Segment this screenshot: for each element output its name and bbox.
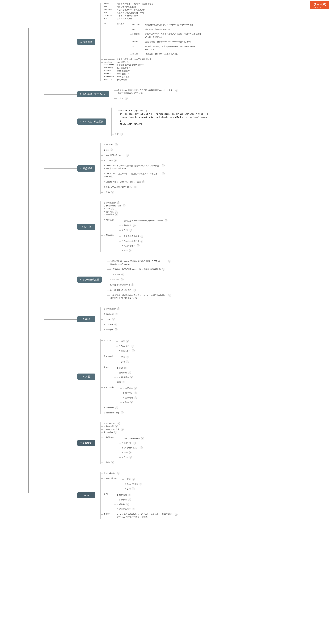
link-icon[interactable]: ⎘ (126, 503, 129, 506)
link-icon[interactable]: ⎘ (132, 349, 134, 352)
node-7[interactable]: 7. 编译 (77, 316, 95, 322)
link-icon[interactable]: ⎘ (117, 202, 120, 204)
link-icon[interactable]: ⎘ (112, 318, 115, 321)
link-icon[interactable]: ⎘ (115, 143, 118, 146)
link-icon[interactable]: ⎘ (126, 356, 129, 358)
item-text: 1. new Vue (104, 143, 114, 146)
link-icon[interactable]: ⎘ (139, 482, 142, 486)
link-icon[interactable]: ⎘ (168, 294, 171, 297)
link-icon[interactable]: ⎘ (129, 229, 132, 232)
link-icon[interactable]: ⎘ (128, 371, 131, 374)
link-icon[interactable]: ⎘ (117, 422, 120, 425)
link-icon[interactable]: ⎘ (114, 159, 117, 162)
list-item: 4. 总结⎘ (122, 249, 144, 252)
link-icon[interactable]: ⎘ (126, 154, 129, 156)
link-icon[interactable]: ⎘ (115, 312, 118, 316)
link-icon[interactable]: ⎘ (122, 380, 125, 384)
link-icon[interactable]: ⎘ (142, 180, 145, 183)
link-icon[interactable]: ⎘ (111, 461, 114, 464)
link-icon[interactable]: ⎘ (120, 133, 123, 136)
link-icon[interactable]: ⎘ (162, 268, 165, 270)
link-icon[interactable]: ⎘ (115, 210, 118, 213)
list-item: 7. update 的核心：调用 vm.__patch__ 方法⎘ (104, 180, 164, 184)
link-icon[interactable]: ⎘ (134, 396, 137, 399)
link-icon[interactable]: ⎘ (133, 224, 136, 227)
link-icon[interactable]: ⎘ (133, 442, 136, 444)
link-icon[interactable]: ⎘ (131, 284, 134, 286)
link-icon[interactable]: ⎘ (111, 207, 114, 210)
link-icon[interactable]: ⎘ (110, 148, 112, 151)
item-text: 3. 派发更新 (110, 273, 120, 276)
item-text: 2. init (104, 148, 108, 152)
node-3[interactable]: 3. vue 本质：构造函数 (77, 118, 106, 125)
link-icon[interactable]: ⎘ (130, 376, 133, 379)
node-vuex[interactable]: Vuex (77, 492, 95, 498)
link-icon[interactable]: ⎘ (131, 345, 134, 348)
link-icon[interactable]: ⎘ (115, 406, 118, 409)
link-icon[interactable]: ⎘ (121, 428, 124, 431)
link-icon[interactable]: ⎘ (128, 494, 131, 496)
link-icon[interactable]: ⎘ (134, 392, 137, 394)
link-icon[interactable]: ⎘ (129, 451, 132, 454)
list-item: 2. 局部注册⎘ (122, 224, 168, 227)
section-component: 5. 组件化 1. introduction⎘2. createComponen… (77, 202, 332, 252)
link-icon[interactable]: ⎘ (126, 360, 129, 363)
link-icon[interactable]: ⎘ (132, 487, 135, 490)
link-icon[interactable]: ⎘ (129, 249, 132, 252)
link-icon[interactable]: ⎘ (162, 172, 164, 175)
link-icon[interactable]: ⎘ (175, 513, 178, 516)
item-text: 2. 依赖收集：响应式对象 getter 相关的逻辑就是做依赖收集 (110, 268, 161, 271)
link-icon[interactable]: ⎘ (168, 260, 171, 262)
link-icon[interactable]: ⎘ (141, 437, 144, 440)
link-icon[interactable]: ⎘ (126, 340, 129, 343)
link-icon[interactable]: ⎘ (121, 278, 124, 281)
list-item: 1. 全局注册：Vue.component(tagName, options)⎘ (122, 219, 168, 222)
item-text: 4. 组件 (122, 451, 128, 454)
link-icon[interactable]: ⎘ (176, 89, 178, 92)
item-text: 7. 组件更新：过程的核心就是新旧 vnode diff，对新旧节点相同以及不同… (110, 294, 167, 300)
node-8[interactable]: 8. 扩展 (77, 374, 95, 380)
link-icon[interactable]: ⎘ (164, 219, 168, 222)
link-icon[interactable]: ⎘ (134, 387, 137, 390)
link-icon[interactable]: ⎘ (125, 97, 128, 100)
link-icon[interactable]: ⎘ (115, 425, 118, 428)
link-icon[interactable]: ⎘ (117, 308, 120, 310)
item-text: 2. 导航守卫 (122, 442, 132, 444)
section-compile: 7. 编译 1. introduction⎘2. 编译入口⎘3. parse⎘4… (77, 308, 332, 331)
link-icon[interactable]: ⎘ (115, 328, 118, 331)
link-icon[interactable]: ⎘ (132, 508, 135, 510)
node-router[interactable]: Vue-Router (77, 440, 95, 446)
link-icon[interactable]: ⎘ (121, 412, 124, 414)
link-icon[interactable]: ⎘ (124, 366, 127, 370)
list-item: 2. 依赖收集：响应式对象 getter 相关的逻辑就是做依赖收集⎘ (110, 268, 171, 271)
link-icon[interactable]: ⎘ (129, 456, 132, 459)
item-val: 编译器代码的存放目录，将 template 编译为 render 函数 (145, 23, 193, 26)
link-icon[interactable]: ⎘ (114, 323, 117, 326)
list-item: 3. 派发更新⎘ (110, 273, 171, 276)
node-2[interactable]: 2. 源码构建，基于 Rollup (77, 91, 109, 97)
link-icon[interactable]: ⎘ (122, 273, 124, 276)
link-icon[interactable]: ⎘ (133, 289, 136, 292)
section-project-dir: 1. 项目目录 scripts构建相关的文件，一般情况下我们不需要动dist构建… (77, 2, 332, 81)
link-icon[interactable]: ⎘ (137, 244, 140, 247)
link-icon[interactable]: ⎘ (128, 498, 131, 501)
link-icon[interactable]: ⎘ (123, 204, 126, 207)
link-icon[interactable]: ⎘ (134, 186, 137, 188)
node-4[interactable]: 4. 数据驱动 (77, 166, 95, 172)
list-item: 3. parse⎘ (104, 318, 120, 321)
src-row: src 源码重点 compiler编译器代码的存放目录，将 template 编… (104, 22, 202, 56)
link-icon[interactable]: ⎘ (132, 478, 135, 481)
node-6[interactable]: 6. 深入响应式原理 (77, 276, 102, 283)
list-item: 2. 数据存储⎘ (117, 498, 135, 501)
node-5[interactable]: 5. 组件化 (77, 224, 95, 230)
link-icon[interactable]: ⎘ (162, 164, 164, 167)
link-icon[interactable]: ⎘ (140, 446, 142, 449)
link-icon[interactable]: ⎘ (140, 235, 143, 238)
link-icon[interactable]: ⎘ (114, 431, 117, 434)
link-icon[interactable]: ⎘ (140, 240, 143, 242)
link-icon[interactable]: ⎘ (117, 472, 120, 474)
link-icon[interactable]: ⎘ (111, 191, 114, 194)
node-1[interactable]: 1. 项目目录 (77, 39, 95, 45)
link-icon[interactable]: ⎘ (130, 401, 133, 404)
link-icon[interactable]: ⎘ (115, 213, 118, 216)
